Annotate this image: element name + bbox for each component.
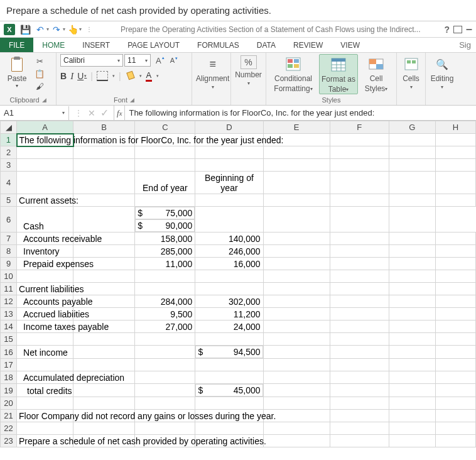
cell[interactable] xyxy=(195,333,263,346)
cell[interactable] xyxy=(195,146,263,159)
cell[interactable] xyxy=(263,194,330,207)
cell[interactable] xyxy=(263,207,330,233)
chevron-down-icon[interactable]: ▾ xyxy=(16,83,18,89)
select-all-button[interactable]: ◢ xyxy=(1,121,17,134)
cell-A19[interactable]: total credits xyxy=(17,384,73,397)
cell-D4[interactable]: Beginning of year xyxy=(195,172,263,194)
cell[interactable] xyxy=(389,359,435,371)
cell[interactable] xyxy=(263,397,330,410)
cell[interactable] xyxy=(263,283,330,295)
cell[interactable] xyxy=(330,308,389,320)
cell[interactable] xyxy=(135,283,195,295)
row-header-18[interactable]: 18 xyxy=(1,371,17,384)
cell[interactable] xyxy=(389,333,435,346)
row-header-1[interactable]: 1 xyxy=(1,134,17,146)
cell[interactable] xyxy=(330,270,389,283)
cell[interactable] xyxy=(389,270,435,283)
cell-C6[interactable]: $75,000 xyxy=(135,207,195,219)
fx-icon[interactable]: fx xyxy=(114,106,125,120)
cell[interactable] xyxy=(135,397,195,410)
cell[interactable] xyxy=(435,146,475,159)
cell[interactable] xyxy=(330,359,389,371)
cell-A13[interactable]: Accrued liabiities xyxy=(17,308,73,320)
row-header-7[interactable]: 7 xyxy=(1,233,17,245)
cell[interactable] xyxy=(135,371,195,384)
cell[interactable] xyxy=(435,384,475,397)
cell[interactable] xyxy=(435,397,475,410)
cell[interactable] xyxy=(17,333,73,346)
borders-button[interactable] xyxy=(97,71,108,81)
cell[interactable] xyxy=(73,159,135,172)
cell[interactable] xyxy=(389,295,435,308)
cell-A23[interactable]: Prepare a schedule of net cash provided … xyxy=(17,435,73,447)
cell[interactable] xyxy=(389,258,435,270)
tab-view[interactable]: VIEW xyxy=(332,38,369,52)
cell[interactable] xyxy=(135,159,195,172)
col-header-C[interactable]: C xyxy=(135,121,195,134)
cell[interactable] xyxy=(135,359,195,371)
cell[interactable] xyxy=(263,435,330,447)
cell[interactable] xyxy=(17,172,73,194)
row-header-2[interactable]: 2 xyxy=(1,146,17,159)
cell[interactable] xyxy=(330,146,389,159)
cell[interactable] xyxy=(135,146,195,159)
cell-A12[interactable]: Accounts payable xyxy=(17,295,73,308)
cell[interactable] xyxy=(389,245,435,258)
cell-A11[interactable]: Current liabilities xyxy=(17,283,73,295)
cell[interactable] xyxy=(435,159,475,172)
cell[interactable] xyxy=(263,320,330,333)
save-icon[interactable]: 💾 xyxy=(19,23,31,36)
tab-data[interactable]: DATA xyxy=(248,38,284,52)
cell[interactable] xyxy=(330,435,389,447)
cell[interactable] xyxy=(195,207,263,233)
cell[interactable] xyxy=(435,410,475,422)
cell-A6[interactable]: Cash xyxy=(17,207,73,233)
cell[interactable] xyxy=(389,308,435,320)
col-header-F[interactable]: F xyxy=(330,121,389,134)
copy-icon[interactable]: 📋 xyxy=(33,68,46,79)
underline-button[interactable]: U▾ xyxy=(77,71,87,81)
cell-A14[interactable]: Income taxes payable xyxy=(17,320,73,333)
bold-button[interactable]: B xyxy=(60,71,67,81)
cell-D6[interactable]: $90,000 xyxy=(135,219,195,232)
font-color-button[interactable]: A xyxy=(146,70,153,82)
qat-customize-icon[interactable]: ⋮ xyxy=(83,23,95,36)
cell[interactable] xyxy=(263,159,330,172)
editing-button[interactable]: 🔍Editing▾ xyxy=(430,54,455,90)
cell[interactable] xyxy=(389,283,435,295)
cell[interactable] xyxy=(17,359,73,371)
row-header-11[interactable]: 11 xyxy=(1,283,17,295)
cell[interactable] xyxy=(73,397,135,410)
row-header-20[interactable]: 20 xyxy=(1,397,17,410)
chevron-down-icon[interactable]: ▾ xyxy=(112,74,115,79)
cell[interactable] xyxy=(73,245,135,258)
row-header-6[interactable]: 6 xyxy=(1,207,17,233)
cell[interactable] xyxy=(195,371,263,384)
ribbon-options-icon[interactable] xyxy=(453,26,462,33)
cell-styles-button[interactable]: Cell Styles ▾ xyxy=(360,54,392,93)
cell[interactable] xyxy=(330,245,389,258)
cell-A1[interactable]: The following information is for FloorCo… xyxy=(17,134,73,146)
cell-A9[interactable]: Prepaid expenses xyxy=(17,258,73,270)
cell-D16[interactable]: $94,500 xyxy=(195,346,262,358)
cell[interactable] xyxy=(263,371,330,384)
tab-formulas[interactable]: FORMULAS xyxy=(188,38,248,52)
cell[interactable] xyxy=(195,422,263,435)
cell[interactable] xyxy=(195,270,263,283)
cell[interactable] xyxy=(330,159,389,172)
cell[interactable] xyxy=(435,233,475,245)
cell[interactable] xyxy=(435,258,475,270)
col-header-D[interactable]: D xyxy=(195,121,263,134)
tab-file[interactable]: FILE xyxy=(0,38,33,52)
cell[interactable] xyxy=(330,422,389,435)
cell[interactable] xyxy=(435,346,475,359)
cell[interactable] xyxy=(435,422,475,435)
cell[interactable] xyxy=(73,207,135,233)
row-header-4[interactable]: 4 xyxy=(1,172,17,194)
cell-A16[interactable]: Net income xyxy=(17,346,73,359)
cell[interactable] xyxy=(435,245,475,258)
cell-D9[interactable]: 16,000 xyxy=(195,258,263,270)
cell[interactable] xyxy=(17,397,73,410)
cell[interactable] xyxy=(263,308,330,320)
cell-H1[interactable] xyxy=(435,134,475,146)
